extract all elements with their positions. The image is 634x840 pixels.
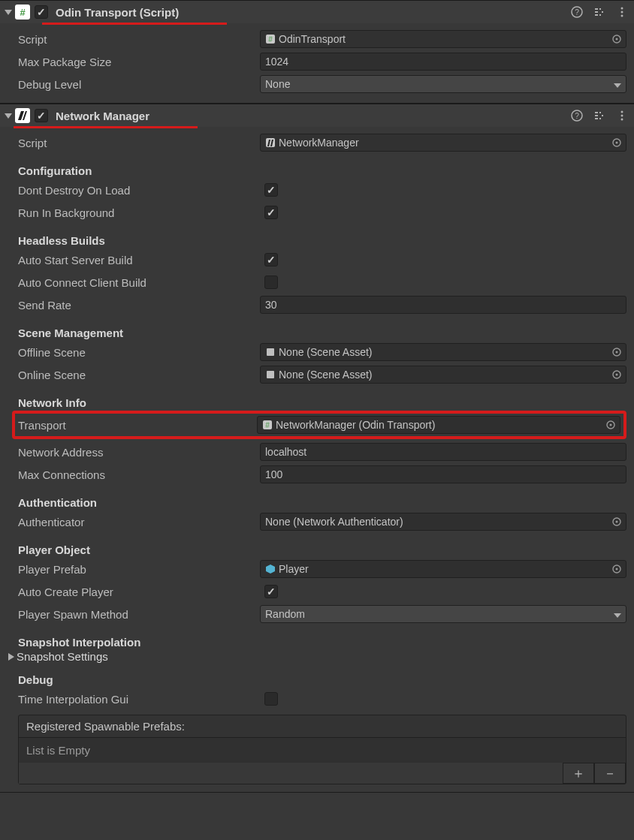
annotation-underline [14, 126, 198, 128]
row-script: Script # OdinTransport [18, 28, 626, 50]
row-player-spawn-method: Player Spawn MethodRandom [18, 603, 626, 625]
row-debug-level: Debug Level None [18, 73, 626, 95]
dropdown-debug-level[interactable]: None [260, 75, 626, 93]
svg-point-30 [621, 119, 623, 121]
checkbox-auto-create-player[interactable] [264, 585, 278, 598]
section-configuration: Configuration [18, 164, 626, 177]
svg-point-47 [616, 521, 618, 523]
svg-point-41 [616, 374, 618, 376]
foldout-snapshot-settings[interactable]: Snapshot Settings [6, 650, 626, 663]
chevron-down-icon [614, 78, 621, 90]
svg-text:?: ? [575, 8, 579, 17]
object-picker-icon[interactable] [611, 33, 623, 45]
object-picker-icon[interactable] [611, 369, 623, 381]
script-asset-icon: # [265, 34, 276, 44]
label-max-package-size: Max Package Size [18, 56, 260, 68]
svg-rect-23 [595, 115, 598, 116]
component-network-manager: Network Manager ? Script NetworkManager … [0, 104, 634, 793]
svg-text:?: ? [575, 112, 579, 120]
more-menu-icon[interactable] [614, 5, 629, 20]
list-empty-text: List is Empty [19, 738, 626, 763]
row-max-package-size: Max Package Size 1024 [18, 50, 626, 73]
row-auto-client: Auto Connect Client Build [18, 271, 626, 294]
list-header[interactable]: Registered Spawnable Prefabs: [19, 715, 626, 738]
object-ref-online-scene[interactable]: None (Scene Asset) [260, 366, 626, 384]
object-ref-offline-scene[interactable]: None (Scene Asset) [260, 343, 626, 361]
svg-text:#: # [265, 421, 270, 429]
component-title: Network Manager [56, 110, 569, 122]
svg-point-9 [621, 8, 623, 10]
add-item-button[interactable]: ＋ [563, 763, 594, 784]
object-ref-transport[interactable]: #NetworkManager (Odin Transport) [257, 416, 620, 434]
foldout-icon[interactable] [3, 7, 14, 17]
svg-rect-6 [599, 8, 601, 10]
script-asset-icon: # [262, 420, 273, 430]
svg-point-28 [621, 111, 623, 113]
help-icon[interactable]: ? [569, 108, 584, 123]
svg-rect-27 [599, 118, 601, 119]
presets-icon[interactable] [592, 108, 607, 123]
svg-marker-52 [8, 653, 14, 661]
section-debug: Debug [18, 673, 626, 686]
component-enable-checkbox[interactable] [35, 109, 48, 122]
object-ref-script[interactable]: # OdinTransport [260, 30, 626, 48]
object-ref-player-prefab[interactable]: Player [260, 560, 626, 578]
svg-marker-0 [5, 10, 12, 15]
prefab-icon [265, 564, 276, 574]
svg-point-35 [616, 142, 618, 144]
svg-rect-4 [595, 11, 598, 13]
svg-marker-51 [614, 613, 621, 618]
component-enable-checkbox[interactable] [35, 5, 48, 19]
svg-point-11 [621, 15, 623, 17]
annotation-highlight-transport: Transport#NetworkManager (Odin Transport… [12, 411, 626, 439]
remove-item-button[interactable]: － [594, 763, 626, 784]
network-manager-asset-icon [265, 137, 276, 148]
svg-rect-8 [599, 14, 601, 16]
row-online-scene: Online SceneNone (Scene Asset) [18, 363, 626, 386]
svg-marker-16 [614, 83, 621, 88]
scene-icon [265, 369, 276, 380]
object-picker-icon[interactable] [611, 346, 623, 358]
foldout-icon[interactable] [3, 110, 14, 121]
dropdown-spawn-method[interactable]: Random [260, 605, 626, 623]
svg-point-38 [616, 351, 618, 354]
svg-rect-31 [266, 138, 275, 147]
input-send-rate[interactable]: 30 [260, 296, 626, 314]
component-title: Odin Transport (Script) [56, 6, 569, 19]
more-menu-icon[interactable] [614, 108, 629, 123]
svg-rect-36 [267, 348, 274, 356]
object-picker-icon[interactable] [605, 419, 617, 431]
row-send-rate: Send Rate30 [18, 294, 626, 316]
object-picker-icon[interactable] [611, 563, 623, 575]
foldout-right-icon [6, 653, 17, 661]
component-header[interactable]: Network Manager ? [0, 104, 634, 127]
label-debug-level: Debug Level [18, 78, 260, 91]
input-network-address[interactable]: localhost [260, 443, 626, 461]
input-max-package-size[interactable]: 1024 [260, 53, 626, 71]
section-player-object: Player Object [18, 543, 626, 556]
presets-icon[interactable] [592, 5, 607, 20]
help-icon[interactable]: ? [569, 5, 584, 20]
checkbox-rib[interactable] [264, 206, 278, 219]
chevron-down-icon [614, 608, 621, 620]
svg-point-29 [621, 115, 623, 117]
checkbox-auto-server[interactable] [264, 253, 278, 266]
svg-point-50 [616, 568, 618, 571]
svg-rect-24 [595, 118, 598, 119]
object-ref-authenticator[interactable]: None (Network Authenticator) [260, 513, 626, 531]
checkbox-auto-client[interactable] [264, 275, 278, 289]
script-icon: # [15, 5, 30, 20]
component-header[interactable]: # Odin Transport (Script) ? [0, 1, 634, 23]
object-ref-value: NetworkManager [279, 137, 359, 149]
input-max-connections[interactable]: 100 [260, 465, 626, 483]
checkbox-time-interpolation-gui[interactable] [264, 692, 278, 706]
object-ref-script[interactable]: NetworkManager [260, 134, 626, 152]
row-auto-create-player: Auto Create Player [18, 580, 626, 603]
svg-marker-17 [5, 113, 12, 119]
section-headless: Headless Builds [18, 234, 626, 247]
svg-rect-5 [595, 14, 598, 16]
object-picker-icon[interactable] [611, 516, 623, 528]
checkbox-ddol[interactable] [264, 183, 278, 197]
row-rib: Run In Background [18, 201, 626, 224]
object-picker-icon[interactable] [611, 137, 623, 149]
